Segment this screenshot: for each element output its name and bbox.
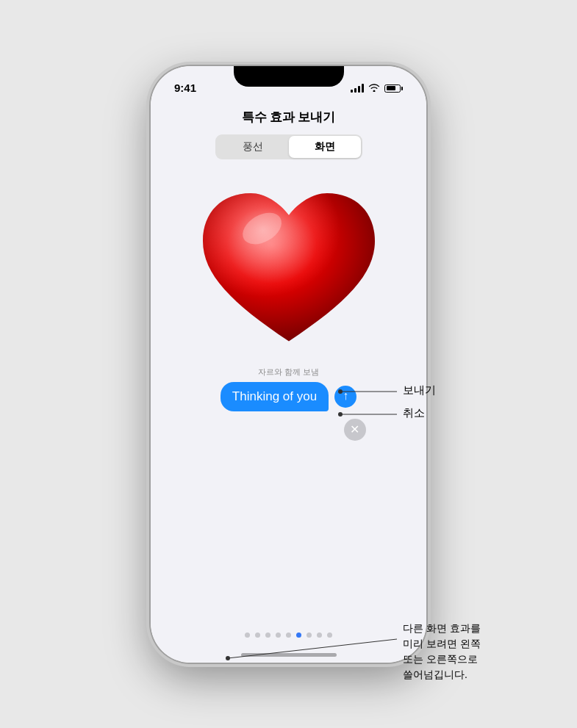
status-icons bbox=[351, 83, 409, 94]
page-dot-2 bbox=[265, 633, 270, 638]
page-dots[interactable] bbox=[151, 633, 426, 638]
home-indicator bbox=[241, 653, 337, 657]
send-button[interactable]: ↑ bbox=[334, 386, 356, 408]
page-title: 특수 효과 보내기 bbox=[242, 109, 335, 126]
scene: 9:41 bbox=[0, 0, 577, 728]
segment-balloon[interactable]: 풍선 bbox=[217, 136, 289, 158]
iphone-frame: 9:41 bbox=[151, 66, 426, 663]
status-time: 9:41 bbox=[168, 82, 196, 94]
notch bbox=[234, 66, 344, 87]
page-dot-5 bbox=[296, 633, 301, 638]
message-bubble: Thinking of you bbox=[221, 382, 329, 411]
page-dot-4 bbox=[286, 633, 291, 638]
cancel-annotation-label: 취소 bbox=[403, 406, 425, 420]
dots-annotation-label: 다른 화면 효과를 미리 보려면 왼쪽 또는 오른쪽으로 쓸어넘깁니다. bbox=[403, 621, 481, 682]
page-dot-7 bbox=[317, 633, 322, 638]
page-dot-8 bbox=[327, 633, 332, 638]
heart-animation bbox=[179, 167, 399, 372]
page-dot-0 bbox=[245, 633, 250, 638]
heart-svg bbox=[193, 174, 384, 365]
cancel-row: ✕ bbox=[344, 419, 366, 441]
wifi-icon bbox=[368, 83, 380, 94]
page-dot-6 bbox=[307, 633, 312, 638]
send-arrow-icon: ↑ bbox=[343, 390, 348, 402]
main-content: 특수 효과 보내기 풍선 화면 bbox=[151, 98, 426, 663]
cancel-x-icon: ✕ bbox=[350, 424, 359, 436]
page-dot-3 bbox=[276, 633, 281, 638]
segment-screen[interactable]: 화면 bbox=[289, 136, 361, 158]
screen: 9:41 bbox=[151, 66, 426, 663]
bubble-row: Thinking of you ↑ bbox=[221, 382, 356, 411]
signal-icon bbox=[351, 84, 364, 93]
page-dot-1 bbox=[255, 633, 260, 638]
send-annotation-label: 보내기 bbox=[403, 383, 436, 397]
segmented-control[interactable]: 풍선 화면 bbox=[215, 134, 362, 159]
battery-icon bbox=[384, 84, 403, 93]
cancel-button[interactable]: ✕ bbox=[344, 419, 366, 441]
